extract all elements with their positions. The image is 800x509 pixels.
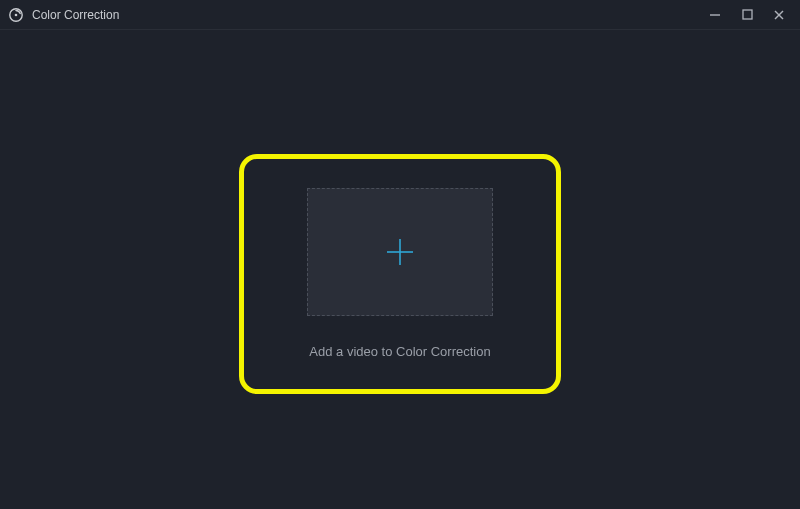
svg-rect-3 [743,10,752,19]
add-video-dropzone[interactable] [307,188,493,316]
maximize-button[interactable] [740,8,754,22]
close-button[interactable] [772,8,786,22]
plus-icon [383,235,417,269]
content-area: Add a video to Color Correction [0,30,800,509]
add-video-label: Add a video to Color Correction [0,344,800,359]
svg-point-1 [15,13,18,16]
window-controls [708,8,792,22]
app-icon [8,7,24,23]
titlebar: Color Correction [0,0,800,30]
minimize-button[interactable] [708,8,722,22]
window-title: Color Correction [32,8,708,22]
